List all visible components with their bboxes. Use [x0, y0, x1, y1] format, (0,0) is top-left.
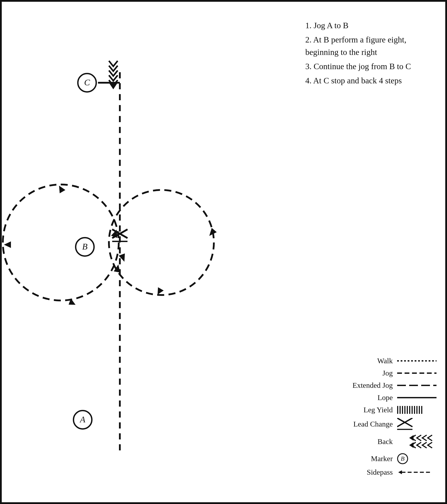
- svg-text:B: B: [82, 242, 87, 252]
- svg-point-5: [3, 184, 119, 301]
- legend-sidepass-icon: [397, 469, 436, 476]
- legend-sidepass: Sidepass: [288, 468, 436, 476]
- legend-leg-yield-line: [397, 406, 436, 414]
- legend-back-icon: [397, 434, 436, 449]
- svg-text:C: C: [84, 77, 90, 87]
- instructions-panel: 1. Jog A to B 2. At B perform a figure e…: [305, 19, 432, 87]
- legend-back-label: Back: [345, 437, 393, 446]
- legend-lead-change: Lead Change: [288, 418, 436, 430]
- legend-leg-yield-label: Leg Yield: [345, 406, 393, 414]
- legend-walk-line: [397, 360, 436, 361]
- diagram-svg: C B A: [2, 2, 242, 504]
- legend-ext-jog-line: [397, 385, 436, 386]
- legend-lead-change-label: Lead Change: [345, 420, 393, 428]
- legend-marker-label: Marker: [345, 454, 393, 463]
- legend-ext-jog-label: Extended Jog: [345, 381, 393, 390]
- legend-lope: Lope: [288, 394, 436, 402]
- legend-jog-line: [397, 373, 436, 374]
- legend-marker-icon: B: [397, 453, 436, 464]
- legend-panel: Walk Jog Extended Jog Lope Leg Yield: [288, 357, 436, 480]
- legend-ext-jog: Extended Jog: [288, 381, 436, 390]
- legend-jog-label: Jog: [345, 369, 393, 377]
- legend-lope-line: [397, 397, 436, 398]
- legend-sidepass-label: Sidepass: [345, 468, 393, 476]
- legend-lead-change-icon: [397, 418, 436, 430]
- svg-marker-26: [409, 442, 413, 448]
- legend-leg-yield: Leg Yield: [288, 406, 436, 414]
- legend-walk-label: Walk: [345, 357, 393, 365]
- instruction-line-4: 4. At C stop and back 4 steps: [305, 74, 432, 87]
- instruction-line-3: 3. Continue the jog from B to C: [305, 60, 432, 73]
- svg-marker-28: [398, 470, 402, 474]
- svg-point-6: [109, 190, 214, 295]
- instruction-line-2: 2. At B perform a figure eight, beginnin…: [305, 34, 432, 58]
- legend-walk: Walk: [288, 357, 436, 365]
- svg-text:A: A: [79, 414, 86, 424]
- legend-jog: Jog: [288, 369, 436, 377]
- svg-marker-17: [207, 228, 217, 238]
- svg-marker-4: [109, 83, 118, 89]
- legend-marker: Marker B: [288, 453, 436, 464]
- svg-marker-12: [4, 241, 11, 248]
- instruction-line-1: 1. Jog A to B: [305, 19, 432, 32]
- legend-back: Back: [288, 434, 436, 449]
- legend-lope-label: Lope: [345, 394, 393, 402]
- svg-marker-25: [409, 435, 413, 441]
